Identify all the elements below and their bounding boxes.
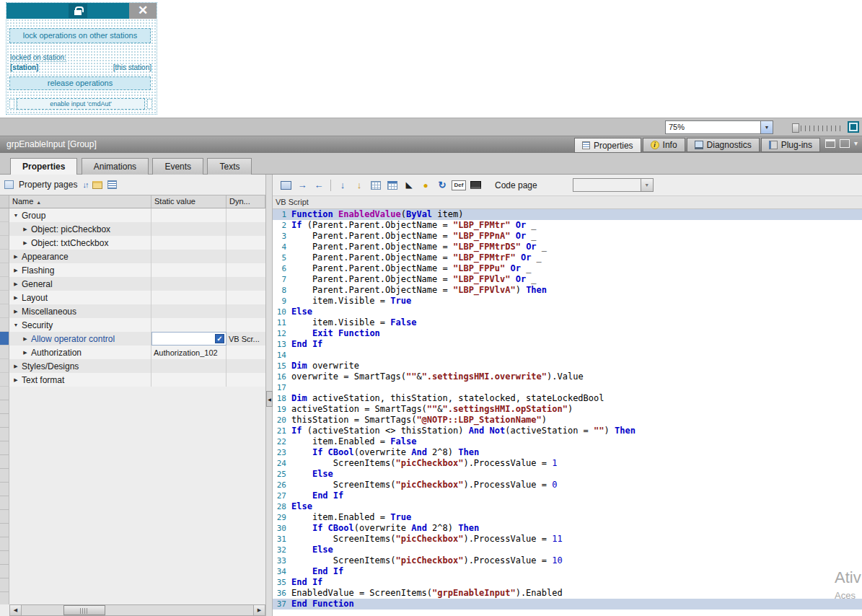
static-value-cell[interactable] xyxy=(151,222,227,236)
checkbox-checked-icon[interactable]: ✓ xyxy=(215,334,224,343)
code-line[interactable]: 30 If CBool(overwrite And 2^8) Then xyxy=(273,523,862,534)
definition-icon[interactable]: Def xyxy=(452,179,466,192)
code-line[interactable]: 7 Parent.Parent.ObjectName = "LBP_FPVlv"… xyxy=(273,274,862,285)
code-line[interactable]: 12 Exit Function xyxy=(273,328,862,339)
chevron-down-icon[interactable]: ▼ xyxy=(641,179,653,191)
row-gutter[interactable] xyxy=(0,208,9,222)
code-line[interactable]: 1Function EnabledValue(ByVal item) xyxy=(273,209,862,220)
code-line[interactable]: 15Dim overwrite xyxy=(273,361,862,371)
dynamization-cell[interactable] xyxy=(227,359,265,373)
code-line[interactable]: 22 item.Enabled = False xyxy=(273,436,862,447)
row-gutter[interactable] xyxy=(0,250,9,263)
property-row[interactable]: ▶General xyxy=(0,277,265,291)
row-gutter[interactable] xyxy=(0,236,9,250)
static-value-cell[interactable] xyxy=(151,250,227,263)
code-line[interactable]: 5 Parent.Parent.ObjectName = "LBP_FPMtrF… xyxy=(273,252,862,263)
insert-grid-icon[interactable] xyxy=(369,179,383,192)
dynamization-cell[interactable] xyxy=(227,222,265,236)
lock-operations-button[interactable]: lock operations on other stations xyxy=(9,28,151,43)
property-name-cell[interactable]: ▶General xyxy=(9,277,151,291)
dynamization-cell[interactable] xyxy=(227,291,265,304)
code-line[interactable]: 21If (activeStation <> thisStation) And … xyxy=(273,426,862,436)
column-header-dynamization[interactable]: Dyn... xyxy=(227,195,265,208)
expand-icon[interactable]: ▶ xyxy=(12,268,19,273)
column-header-name[interactable]: Name▲ xyxy=(9,195,151,208)
chevron-down-icon[interactable]: ▼ xyxy=(760,121,773,133)
property-name-cell[interactable]: ▶Object: txtCheckbox xyxy=(9,236,151,250)
code-line[interactable]: 34 End If xyxy=(273,566,862,577)
row-gutter[interactable] xyxy=(0,359,9,373)
collapse-icon[interactable]: ▼ xyxy=(12,322,19,327)
code-line[interactable]: 13End If xyxy=(273,339,862,350)
row-gutter[interactable] xyxy=(0,222,9,236)
row-gutter[interactable] xyxy=(0,332,9,346)
design-canvas[interactable]: ✕ lock operations on other stations lock… xyxy=(0,0,862,118)
dynamization-cell[interactable] xyxy=(227,373,265,387)
property-name-cell[interactable]: ▶Miscellaneous xyxy=(9,304,151,318)
static-value-cell[interactable]: ✓ xyxy=(151,332,227,346)
code-line[interactable]: 24 ScreenItems("picCheckbox").ProcessVal… xyxy=(273,458,862,469)
code-line[interactable]: 31 ScreenItems("picCheckbox").ProcessVal… xyxy=(273,534,862,545)
property-row[interactable]: ▶Flashing xyxy=(0,263,265,277)
property-row[interactable]: ▶Allow operator control✓VB Scr... xyxy=(0,332,265,346)
code-line[interactable]: 4 Parent.Parent.ObjectName = "LBP_FPMtrD… xyxy=(273,242,862,252)
property-row[interactable]: ▶Text format xyxy=(0,373,265,387)
expand-icon[interactable]: ▶ xyxy=(12,364,19,369)
splitter-collapse-icon[interactable]: ◀ xyxy=(266,391,273,407)
code-editor[interactable]: 1Function EnabledValue(ByVal item)2If (P… xyxy=(273,209,862,616)
tab-texts[interactable]: Texts xyxy=(207,158,252,175)
fit-to-window-icon[interactable] xyxy=(848,121,859,133)
scrollbar-track[interactable] xyxy=(22,605,253,615)
property-row[interactable]: ▶Appearance xyxy=(0,250,265,263)
property-name-cell[interactable]: ▶Styles/Designs xyxy=(9,359,151,373)
script-editor-icon[interactable] xyxy=(278,179,293,192)
corner-flag-icon[interactable]: ◣ xyxy=(402,179,416,192)
scroll-right-icon[interactable]: ▶ xyxy=(253,605,265,615)
property-row[interactable]: ▶Miscellaneous xyxy=(0,304,265,318)
dynamization-cell[interactable] xyxy=(227,263,265,277)
zoom-slider-handle[interactable] xyxy=(792,123,799,133)
property-name-cell[interactable]: ▶Layout xyxy=(9,291,151,304)
row-gutter[interactable] xyxy=(0,263,9,277)
expand-icon[interactable]: ▶ xyxy=(22,226,29,232)
property-row[interactable]: ▶AuthorizationAuthorization_102 xyxy=(0,346,265,359)
tab-properties[interactable]: Properties xyxy=(574,138,641,153)
expand-icon[interactable]: ▶ xyxy=(12,309,19,314)
expand-icon[interactable]: ▶ xyxy=(12,281,19,287)
sphere-icon[interactable]: ● xyxy=(418,179,433,192)
tab-plug-ins[interactable]: Plug-ins xyxy=(761,138,820,152)
close-icon[interactable]: ✕ xyxy=(129,3,157,19)
panel-splitter[interactable]: ◀ xyxy=(265,175,273,616)
row-gutter[interactable] xyxy=(0,346,9,359)
collapse-icon[interactable]: ▼ xyxy=(12,213,19,218)
indent-icon[interactable]: → xyxy=(295,179,309,192)
row-gutter[interactable] xyxy=(0,304,9,318)
zoom-slider[interactable] xyxy=(792,125,841,132)
scrollbar-thumb[interactable] xyxy=(63,605,105,615)
faceplate-group-widget[interactable]: ✕ lock operations on other stations lock… xyxy=(6,2,157,115)
horizontal-scrollbar[interactable]: ◀ ▶ xyxy=(9,604,265,616)
static-value-cell[interactable] xyxy=(151,236,227,250)
list-view-icon[interactable] xyxy=(107,180,117,189)
code-line[interactable]: 14 xyxy=(273,350,862,361)
tab-properties-page[interactable]: Properties xyxy=(10,158,77,175)
static-value-cell[interactable]: Authorization_102 xyxy=(151,346,227,359)
dynamization-cell[interactable] xyxy=(227,236,265,250)
dynamization-cell[interactable] xyxy=(227,250,265,263)
static-value-cell[interactable] xyxy=(151,359,227,373)
dynamization-cell[interactable] xyxy=(227,318,265,332)
tab-events[interactable]: Events xyxy=(152,158,203,175)
synchronize-icon[interactable]: ↻ xyxy=(435,179,449,192)
static-value-cell[interactable] xyxy=(151,318,227,332)
expand-icon[interactable]: ▶ xyxy=(22,350,29,356)
property-row[interactable]: ▶Object: picCheckbox xyxy=(0,222,265,236)
code-line[interactable]: 8 Parent.Parent.ObjectName = "LBP_FPVlvA… xyxy=(273,285,862,296)
expand-icon[interactable]: ▶ xyxy=(22,336,29,342)
dynamization-cell[interactable] xyxy=(227,208,265,222)
code-line[interactable]: 36EnabledValue = ScreenItems("grpEnableI… xyxy=(273,588,862,599)
property-name-cell[interactable]: ▼Group xyxy=(9,208,151,222)
dynamization-cell[interactable] xyxy=(227,277,265,291)
outdent-icon[interactable]: ← xyxy=(312,179,326,192)
sort-lines-icon[interactable]: ↓ xyxy=(335,179,350,192)
property-row[interactable]: ▶Styles/Designs xyxy=(0,359,265,373)
